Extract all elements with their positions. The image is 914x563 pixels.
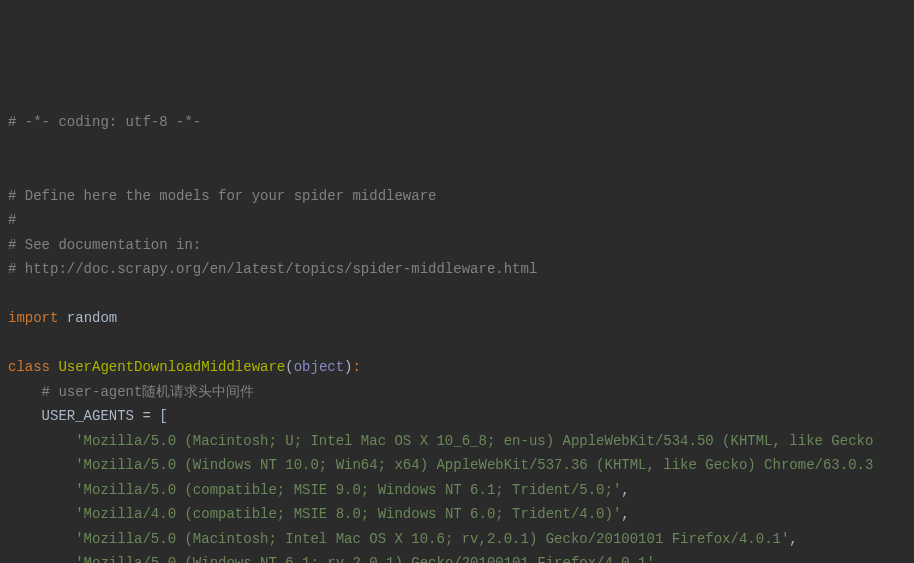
- comment: # -*- coding: utf-8 -*-: [8, 114, 201, 130]
- bracket-open: [: [159, 408, 167, 424]
- code-line: 'Mozilla/5.0 (Windows NT 10.0; Win64; x6…: [8, 453, 914, 478]
- comma: ,: [621, 482, 629, 498]
- code-line: USER_AGENTS = [: [8, 404, 914, 429]
- module-name: random: [58, 310, 117, 326]
- comment: #: [8, 212, 16, 228]
- code-line: class UserAgentDownloadMiddleware(object…: [8, 355, 914, 380]
- string-literal: 'Mozilla/5.0 (Windows NT 10.0; Win64; x6…: [8, 457, 873, 473]
- code-line: 'Mozilla/4.0 (compatible; MSIE 8.0; Wind…: [8, 502, 914, 527]
- keyword-class: class: [8, 359, 50, 375]
- comma: ,: [621, 506, 629, 522]
- comment: # See documentation in:: [8, 237, 201, 253]
- class-name: UserAgentDownloadMiddleware: [50, 359, 285, 375]
- indent: [8, 482, 75, 498]
- string-literal: 'Mozilla/5.0 (compatible; MSIE 9.0; Wind…: [75, 482, 621, 498]
- comma: ,: [789, 531, 797, 547]
- blank-line: [8, 331, 914, 356]
- colon: :: [353, 359, 361, 375]
- string-literal: 'Mozilla/4.0 (compatible; MSIE 8.0; Wind…: [75, 506, 621, 522]
- blank-line: [8, 159, 914, 184]
- code-line: 'Mozilla/5.0 (Macintosh; Intel Mac OS X …: [8, 527, 914, 552]
- string-literal: 'Mozilla/5.0 (Windows NT 6.1; rv,2.0.1) …: [75, 555, 655, 563]
- string-literal: 'Mozilla/5.0 (Macintosh; Intel Mac OS X …: [75, 531, 789, 547]
- code-line: import random: [8, 306, 914, 331]
- code-editor[interactable]: # -*- coding: utf-8 -*-# Define here the…: [8, 110, 914, 563]
- paren-close: ): [344, 359, 352, 375]
- code-line: #: [8, 208, 914, 233]
- blank-line: [8, 282, 914, 307]
- paren-open: (: [285, 359, 293, 375]
- string-literal: 'Mozilla/5.0 (Macintosh; U; Intel Mac OS…: [8, 433, 873, 449]
- comment: # http://doc.scrapy.org/en/latest/topics…: [8, 261, 537, 277]
- code-line: # Define here the models for your spider…: [8, 184, 914, 209]
- assign-op: =: [142, 408, 159, 424]
- builtin-object: object: [294, 359, 344, 375]
- comment: # user-agent随机请求头中间件: [8, 384, 254, 400]
- indent: [8, 506, 75, 522]
- code-line: # http://doc.scrapy.org/en/latest/topics…: [8, 257, 914, 282]
- code-line: 'Mozilla/5.0 (Macintosh; U; Intel Mac OS…: [8, 429, 914, 454]
- code-line: # user-agent随机请求头中间件: [8, 380, 914, 405]
- blank-line: [8, 135, 914, 160]
- code-line: 'Mozilla/5.0 (compatible; MSIE 9.0; Wind…: [8, 478, 914, 503]
- identifier: USER_AGENTS: [8, 408, 142, 424]
- comment: # Define here the models for your spider…: [8, 188, 436, 204]
- indent: [8, 555, 75, 563]
- indent: [8, 531, 75, 547]
- code-line: # -*- coding: utf-8 -*-: [8, 110, 914, 135]
- code-line: # See documentation in:: [8, 233, 914, 258]
- keyword-import: import: [8, 310, 58, 326]
- code-line: 'Mozilla/5.0 (Windows NT 6.1; rv,2.0.1) …: [8, 551, 914, 563]
